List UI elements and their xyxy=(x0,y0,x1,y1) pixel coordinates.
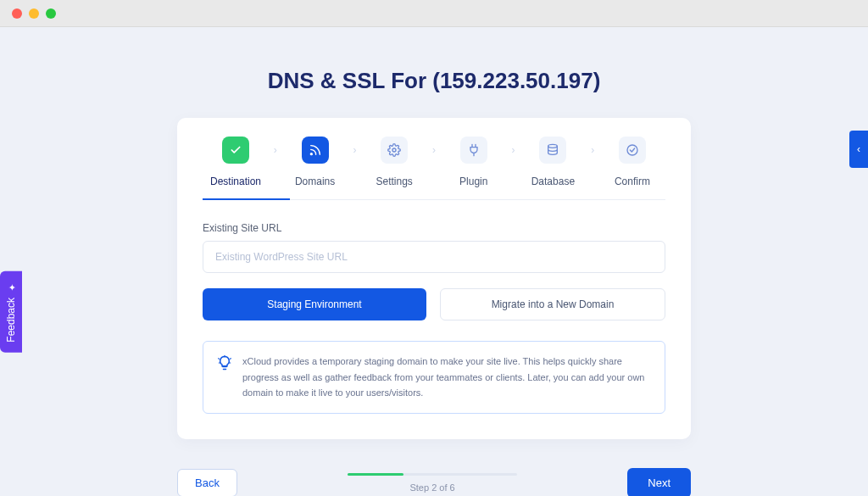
progress-container: Step 2 of 6 xyxy=(271,473,593,493)
sparkle-icon: ✦ xyxy=(6,281,17,293)
step-label-database: Database xyxy=(523,176,582,187)
side-panel-toggle[interactable]: ‹ xyxy=(849,131,868,168)
database-icon xyxy=(539,137,566,164)
page-title: DNS & SSL For (159.223.50.197) xyxy=(0,68,868,94)
next-button[interactable]: Next xyxy=(627,468,691,496)
step-settings[interactable] xyxy=(364,137,424,164)
gear-icon xyxy=(381,137,408,164)
check-circle-icon xyxy=(619,137,646,164)
feedback-tab[interactable]: Feedback ✦ xyxy=(0,271,22,353)
chevron-right-icon: › xyxy=(350,144,359,156)
window-minimize-dot[interactable] xyxy=(29,8,39,19)
svg-point-1 xyxy=(392,148,396,152)
step-domains[interactable] xyxy=(286,137,345,164)
progress-label: Step 2 of 6 xyxy=(271,482,593,493)
wizard-footer: Back Step 2 of 6 Next xyxy=(177,468,691,496)
tab-migrate-new-domain[interactable]: Migrate into a New Domain xyxy=(440,288,665,320)
chevron-left-icon: ‹ xyxy=(857,143,860,155)
step-label-destination: Destination xyxy=(206,176,265,187)
feedback-label: Feedback xyxy=(5,298,17,343)
chevron-right-icon: › xyxy=(271,144,280,156)
back-button[interactable]: Back xyxy=(177,469,237,496)
chevron-right-icon: › xyxy=(430,144,438,156)
plug-icon xyxy=(460,137,487,164)
wizard-card: › › › › xyxy=(177,118,691,439)
progress-fill xyxy=(348,473,403,476)
step-confirm[interactable] xyxy=(603,137,662,164)
window-close-dot[interactable] xyxy=(12,8,22,19)
svg-point-0 xyxy=(310,153,312,155)
svg-point-3 xyxy=(627,145,637,155)
existing-site-url-input[interactable] xyxy=(203,241,665,273)
url-field-label: Existing Site URL xyxy=(203,222,665,234)
stepper-icons: › › › › xyxy=(203,137,665,164)
info-text: xCloud provides a temporary staging doma… xyxy=(242,354,651,401)
chevron-right-icon: › xyxy=(509,144,518,156)
tab-staging-environment[interactable]: Staging Environment xyxy=(203,288,426,320)
step-database[interactable] xyxy=(523,137,582,164)
domain-mode-tabs: Staging Environment Migrate into a New D… xyxy=(203,288,665,320)
step-plugin[interactable] xyxy=(444,137,504,164)
progress-bar xyxy=(348,473,517,476)
chevron-right-icon: › xyxy=(588,144,597,156)
step-label-domains: Domains xyxy=(286,176,345,187)
stepper-underline xyxy=(203,199,665,200)
window-titlebar xyxy=(0,0,868,27)
stepper-active-indicator xyxy=(203,198,290,200)
step-destination[interactable] xyxy=(206,137,265,164)
svg-point-2 xyxy=(548,144,558,148)
lightbulb-icon xyxy=(217,355,232,371)
check-icon xyxy=(222,137,249,164)
stepper-labels: Destination Domains Settings Plugin Data… xyxy=(203,176,665,187)
step-label-confirm: Confirm xyxy=(603,176,662,187)
globe-icon xyxy=(302,137,329,164)
info-callout: xCloud provides a temporary staging doma… xyxy=(203,341,665,414)
step-label-plugin: Plugin xyxy=(444,176,504,187)
step-label-settings: Settings xyxy=(364,176,424,187)
window-maximize-dot[interactable] xyxy=(46,8,56,19)
